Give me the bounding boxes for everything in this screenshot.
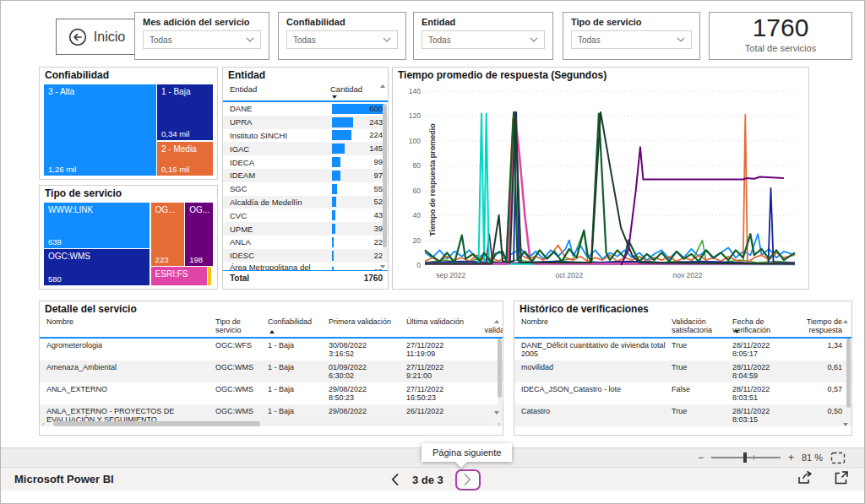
cell-confiabilidad: 1 - Baja [268,363,329,380]
scroll-left-icon[interactable]: ‹ [42,421,45,428]
treemap-block-wwwlink[interactable]: WWW:LINK 639 [44,203,150,248]
column-header-validacion[interactable]: Validación satisfactoria [672,317,732,334]
treemap-block-esrifs[interactable]: ESRI:FS [151,267,207,285]
table-row[interactable]: Alcaldía de Medellín52 [223,196,388,209]
slicer-tipo-servicio: Tipo de servicio Todas [563,12,700,60]
treemap-block-label: 1 - Baja [161,87,210,96]
zoom-in-button[interactable]: + [788,453,794,463]
visual-title: Entidad [223,68,388,82]
column-header-nombre[interactable]: Nombre [46,317,215,334]
table-row[interactable]: CatastroTrue28/11/2022 8:03:150,50 [514,404,851,426]
y-tick-label: 20 [413,236,422,245]
table-row[interactable]: Amenaza_AmbientalOGC:WMS1 - Baja01/09/20… [40,360,503,382]
treemap-block-ogcwms[interactable]: OGC:WMS 580 [44,249,150,285]
column-header-confiabilidad[interactable]: Confiabilidad [268,317,329,334]
cell-fecha: 28/11/2022 8:05:17 [732,341,803,358]
zoom-slider-tick [753,455,754,460]
popout-icon[interactable] [834,470,849,485]
chart-title: Tiempo promedio de respuesta (Segundos) [393,68,808,82]
slicer-dropdown[interactable]: Todas [571,30,692,49]
historico-table-header: Nombre Validación satisfactoria Fecha de… [514,316,851,339]
slicer-dropdown[interactable]: Todas [286,30,398,49]
detalle-vertical-scrollbar[interactable] [498,339,502,409]
cell-validacion: True [672,363,732,380]
chart-plot-area[interactable]: 020406080100120140sep 2022oct 2022nov 20… [400,83,803,287]
scroll-down-icon[interactable] [378,263,386,270]
table-row[interactable]: DANE600 [223,102,388,116]
column-header-ultima[interactable]: Última validación [406,317,482,334]
table-row[interactable]: IDECA99 [223,155,388,169]
treemap-block-media[interactable]: 2 - Media 0,16 mil [157,142,213,176]
zoom-percent: 81 % [802,453,823,463]
table-row[interactable]: CVC43 [223,209,388,222]
inicio-button[interactable]: Inicio [56,19,137,55]
treemap-block-alta[interactable]: 3 - Alta 1,26 mil [44,84,156,176]
sort-desc-icon [332,91,337,100]
zoom-slider-thumb[interactable] [743,453,747,463]
cell-ultima: 27/11/2022 9:21:00 [406,363,482,380]
next-page-highlight [455,469,481,490]
back-arrow-icon [68,27,88,47]
table-row[interactable]: SGC55 [223,182,388,196]
table-row[interactable]: IDECA_JSON_Catastro - loteFalse28/11/202… [514,382,851,404]
fit-to-page-icon[interactable] [830,452,846,464]
table-row[interactable]: Área Metropolitana del Valle de Aburrá19 [223,263,388,270]
entidad-scrollbar[interactable] [383,104,387,261]
table-row[interactable]: Instituto SINCHI224 [223,129,388,143]
table-row[interactable]: IGAC145 [223,142,388,155]
entity-name: Instituto SINCHI [230,131,332,140]
table-row[interactable]: IDEAM97 [223,169,388,182]
treemap-block-og2[interactable]: OG... 198 [185,203,213,266]
historico-vertical-scrollbar[interactable] [846,339,851,423]
quantity-bar [332,267,334,270]
table-row[interactable]: IDESC22 [223,249,388,263]
scroll-up-icon[interactable] [492,317,500,325]
x-tick-label: nov 2022 [672,271,702,279]
share-icon[interactable] [797,470,813,485]
next-page-button[interactable] [455,469,481,490]
treemap-block-sliver[interactable] [208,267,211,285]
table-row[interactable]: UPME39 [223,222,388,236]
scroll-down-icon[interactable] [841,420,849,428]
y-tick-label: 60 [413,187,422,195]
page-indicator: 3 de 3 [412,474,443,486]
zoom-out-button[interactable]: − [698,453,704,463]
column-header-primera[interactable]: Primera validación [329,317,406,334]
page-navigation: 3 de 3 [389,468,481,491]
sort-asc-icon [269,327,275,335]
cell-tipo: OGC:WMS [215,385,268,402]
previous-page-button[interactable] [389,472,400,487]
quantity-value: 243 [369,117,383,127]
table-row[interactable]: UPRA243 [223,116,388,129]
cell-validacion: True [672,341,732,358]
chevron-down-icon [246,37,254,42]
table-row[interactable]: ANLA_EXTERNOOGC:WMS1 - Baja29/08/2022 8:… [40,382,503,404]
column-header-entidad[interactable]: Entidad [230,84,330,100]
cell-tipo: OGC:WMS [215,363,268,380]
entity-quantity: 224 [332,130,384,141]
treemap-block-value: 1,26 mil [48,165,76,174]
treemap-block-baja[interactable]: 1 - Baja 0,34 mil [157,84,213,140]
entity-name: UPME [230,225,332,234]
treemap-block-value: 639 [48,237,62,247]
detalle-horizontal-scrollbar[interactable] [52,421,491,426]
quantity-value: 224 [369,130,383,139]
cell-validacion: False [672,385,732,402]
scroll-right-icon[interactable]: › [498,421,500,428]
table-row[interactable]: DANE_Déficit cuantitativo de vivienda to… [514,339,851,360]
entidad-table-body: DANE600UPRA243Instituto SINCHI224IGAC145… [223,102,388,270]
slicer-dropdown[interactable]: Todas [422,30,545,49]
table-row[interactable]: ANLA22 [223,236,388,249]
column-header-fecha[interactable]: Fecha de verificación [732,317,803,334]
table-row[interactable]: movilidadTrue28/11/2022 8:04:590,61 [514,360,851,382]
scroll-up-icon[interactable] [378,82,386,89]
column-header-cantidad[interactable]: Cantidad [330,84,381,100]
treemap-block-og1[interactable]: OG... 223 [151,203,184,266]
scroll-down-icon[interactable] [492,409,500,416]
zoom-slider[interactable] [711,457,781,458]
scroll-up-icon[interactable] [841,317,849,325]
slicer-dropdown[interactable]: Todas [143,30,261,49]
column-header-nombre[interactable]: Nombre [521,317,672,334]
table-row[interactable]: AgrometerologiaOGC:WFS1 - Baja30/08/2022… [40,339,503,360]
column-header-tipo[interactable]: Tipo de servicio [215,317,268,334]
